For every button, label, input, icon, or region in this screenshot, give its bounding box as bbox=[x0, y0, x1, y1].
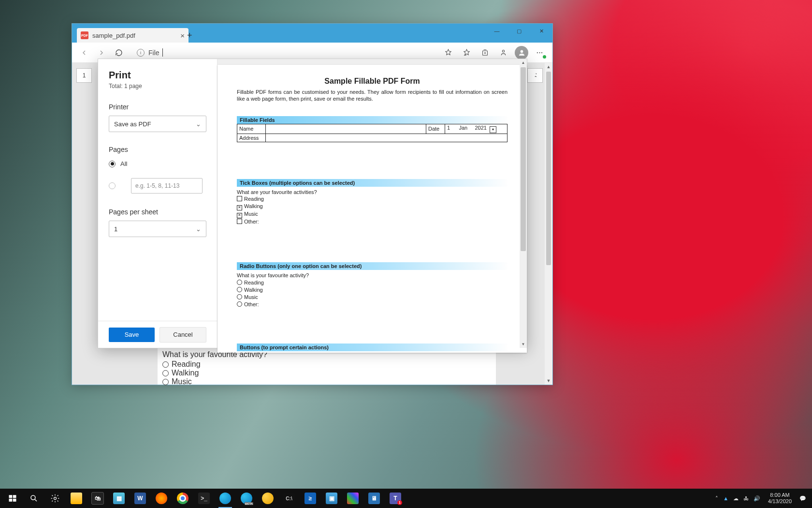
scroll-up-icon[interactable]: ▲ bbox=[545, 63, 552, 71]
profile-avatar[interactable] bbox=[514, 45, 529, 60]
action-center-icon[interactable]: 💬 bbox=[799, 495, 806, 502]
chevron-down-icon: ⌄ bbox=[196, 225, 201, 233]
scroll-down-icon[interactable]: ▼ bbox=[545, 377, 552, 385]
collections-icon[interactable] bbox=[477, 45, 493, 60]
printer-select[interactable]: Save as PDF ⌄ bbox=[109, 116, 206, 132]
powershell-icon[interactable]: ≥ bbox=[300, 489, 321, 508]
tab-close-icon[interactable]: × bbox=[180, 32, 185, 39]
pages-all-option[interactable]: All bbox=[109, 160, 206, 167]
section-buttons: Buttons (to prompt certain actions) bbox=[237, 344, 508, 351]
pdf-favicon-icon: PDF bbox=[81, 31, 88, 39]
pages-per-sheet-label: Pages per sheet bbox=[109, 208, 206, 216]
store-icon[interactable]: 🛍 bbox=[87, 489, 108, 508]
scroll-thumb[interactable] bbox=[521, 67, 526, 251]
word-icon[interactable]: W bbox=[130, 489, 151, 508]
pages-per-sheet-select[interactable]: 1 ⌄ bbox=[109, 221, 206, 237]
dialog-title: Print bbox=[109, 70, 206, 81]
underlying-option: Reading bbox=[162, 360, 491, 369]
clock-time: 8:00 AM bbox=[768, 492, 792, 498]
back-button[interactable] bbox=[77, 45, 91, 60]
teams-icon[interactable]: T1 bbox=[385, 489, 406, 508]
radio-unchecked-icon bbox=[109, 182, 116, 189]
cmd-icon[interactable]: C:\ bbox=[278, 489, 300, 508]
volume-icon[interactable]: 🔊 bbox=[754, 495, 760, 502]
onedrive-icon[interactable]: ▲ bbox=[723, 495, 728, 501]
pin-toolbar-button[interactable] bbox=[527, 68, 543, 83]
tray-chevron-icon[interactable]: ˄ bbox=[715, 495, 718, 502]
svg-point-1 bbox=[502, 50, 504, 52]
svg-point-2 bbox=[520, 50, 523, 53]
clock[interactable]: 8:00 AM 4/13/2020 bbox=[768, 492, 792, 505]
tick-body: What are your favourite activities? Read… bbox=[237, 189, 508, 226]
scroll-up-icon[interactable]: ▲ bbox=[520, 59, 527, 66]
svg-rect-3 bbox=[9, 495, 13, 498]
preview-scrollbar[interactable]: ▲ ▼ bbox=[520, 59, 527, 348]
terminal-icon[interactable]: >_ bbox=[193, 489, 215, 508]
scroll-thumb[interactable] bbox=[546, 72, 551, 265]
favorite-star-icon[interactable] bbox=[440, 45, 456, 60]
pdf-title: Sample Fillable PDF Form bbox=[237, 77, 508, 86]
search-button[interactable] bbox=[23, 489, 44, 508]
radio-body: What is your favourite activity? Reading… bbox=[237, 272, 508, 308]
chrome-icon[interactable] bbox=[172, 489, 193, 508]
firefox-icon[interactable] bbox=[151, 489, 172, 508]
edge-canary-icon[interactable] bbox=[257, 489, 278, 508]
name-input-cell bbox=[266, 124, 426, 134]
dialog-footer: Save Cancel bbox=[98, 321, 217, 348]
print-preview-panel: Sample Fillable PDF Form Fillable PDF fo… bbox=[218, 59, 527, 348]
profile-switch-icon[interactable] bbox=[495, 45, 511, 60]
edge-icon[interactable] bbox=[215, 489, 236, 508]
taskbar: 🛍 ▦ W >_ BETA C:\ ≥ ▣ 🖥 T1 ˄ ▲ ☁ 🖧 🔊 8:0… bbox=[0, 489, 812, 508]
browser-tab[interactable]: PDF sample_pdf.pdf × bbox=[77, 28, 188, 43]
remote-desktop-icon[interactable]: 🖥 bbox=[363, 489, 385, 508]
underlying-option: Music bbox=[162, 377, 491, 386]
system-tray: ˄ ▲ ☁ 🖧 🔊 8:00 AM 4/13/2020 💬 bbox=[711, 492, 810, 505]
print-settings-panel: Print Total: 1 page Printer Save as PDF … bbox=[98, 59, 218, 348]
tick-question: What are your favourite activities? bbox=[237, 189, 508, 196]
settings-taskbar-icon[interactable] bbox=[44, 489, 66, 508]
svg-rect-6 bbox=[13, 499, 16, 502]
photos-icon[interactable]: ▦ bbox=[108, 489, 130, 508]
chevron-down-icon: ⌄ bbox=[196, 120, 201, 128]
dialog-subtitle: Total: 1 page bbox=[109, 83, 206, 90]
new-tab-button[interactable]: + bbox=[187, 30, 192, 41]
url-text: File bbox=[148, 49, 160, 57]
minimize-button[interactable]: — bbox=[486, 24, 508, 38]
section-tick-boxes: Tick Boxes (multiple options can be sele… bbox=[237, 179, 508, 187]
svg-rect-4 bbox=[13, 495, 16, 498]
file-explorer-icon[interactable] bbox=[66, 489, 87, 508]
titlebar: PDF sample_pdf.pdf × + — ▢ ✕ bbox=[72, 24, 552, 43]
pages-range-option[interactable]: e.g. 1-5, 8, 11-13 bbox=[109, 178, 206, 194]
browser-scrollbar[interactable]: ▲ ▼ bbox=[545, 63, 552, 385]
svg-rect-5 bbox=[9, 499, 13, 502]
date-dropdown-icon: ▾ bbox=[490, 126, 496, 133]
clock-date: 4/13/2020 bbox=[768, 498, 792, 505]
date-input-cell: 1 Jan 2021 ▾ bbox=[445, 124, 508, 134]
save-button[interactable]: Save bbox=[109, 328, 155, 342]
favorites-list-icon[interactable] bbox=[459, 45, 474, 60]
pages-all-label: All bbox=[120, 160, 127, 167]
address-label: Address bbox=[237, 134, 266, 142]
cloud-icon[interactable]: ☁ bbox=[733, 495, 739, 502]
url-box[interactable]: i File bbox=[132, 45, 435, 60]
network-icon[interactable]: 🖧 bbox=[743, 495, 749, 501]
start-button[interactable] bbox=[2, 489, 23, 508]
settings-menu-button[interactable]: ··· bbox=[532, 45, 548, 60]
page-range-input[interactable]: e.g. 1-5, 8, 11-13 bbox=[131, 178, 203, 194]
gallery-icon[interactable]: ▣ bbox=[321, 489, 342, 508]
svg-point-8 bbox=[54, 497, 57, 500]
maximize-button[interactable]: ▢ bbox=[508, 24, 530, 38]
cancel-button[interactable]: Cancel bbox=[160, 327, 206, 343]
update-indicator-icon bbox=[543, 55, 546, 59]
close-window-button[interactable]: ✕ bbox=[530, 24, 552, 38]
edge-beta-icon[interactable]: BETA bbox=[236, 489, 257, 508]
refresh-button[interactable] bbox=[112, 45, 126, 60]
radio-question: What is your favourite activity? bbox=[237, 272, 508, 279]
scroll-down-icon[interactable]: ▼ bbox=[520, 341, 527, 348]
address-input-cell bbox=[266, 134, 508, 142]
site-info-icon[interactable]: i bbox=[137, 49, 145, 57]
section-fillable-fields: Fillable Fields bbox=[237, 116, 508, 124]
powertoys-icon[interactable] bbox=[342, 489, 363, 508]
forward-button[interactable] bbox=[94, 45, 109, 60]
page-number-box[interactable]: 1 bbox=[76, 68, 92, 83]
